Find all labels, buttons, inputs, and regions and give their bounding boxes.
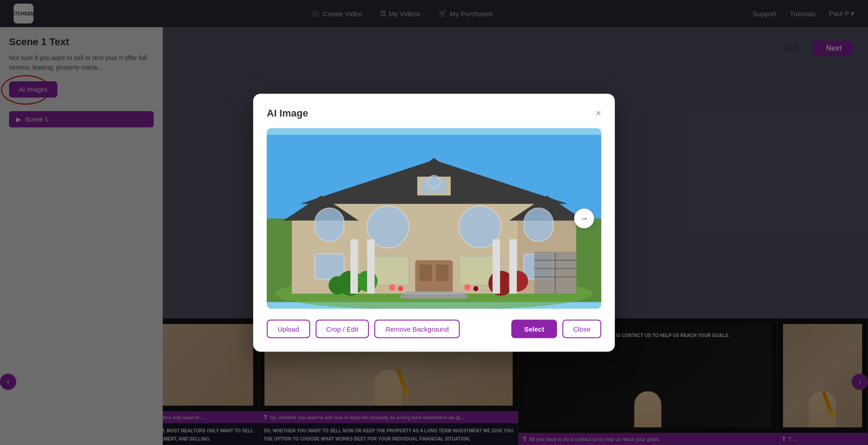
- modal-header: AI Image ×: [267, 107, 601, 119]
- svg-rect-25: [401, 294, 467, 298]
- next-image-arrow[interactable]: →: [574, 208, 594, 228]
- svg-point-31: [389, 284, 396, 290]
- modal-left-actions: Upload Crop / Edit Remove Background: [267, 319, 460, 338]
- svg-point-28: [329, 276, 347, 295]
- modal-close-button[interactable]: ×: [595, 108, 601, 118]
- ai-image-modal: AI Image ×: [253, 94, 615, 351]
- modal-title: AI Image: [267, 107, 308, 119]
- svg-rect-37: [493, 239, 500, 293]
- svg-rect-38: [509, 239, 517, 293]
- svg-rect-23: [436, 264, 449, 281]
- house-image: [267, 128, 601, 309]
- svg-rect-14: [315, 254, 344, 279]
- svg-point-32: [398, 286, 403, 291]
- svg-rect-22: [420, 264, 432, 281]
- select-button[interactable]: Select: [511, 319, 557, 338]
- upload-button[interactable]: Upload: [267, 319, 310, 338]
- modal-right-actions: Select Close: [511, 319, 601, 338]
- svg-point-12: [428, 175, 440, 188]
- svg-point-34: [473, 286, 478, 291]
- svg-point-33: [464, 284, 471, 290]
- svg-rect-36: [367, 239, 375, 293]
- svg-rect-35: [350, 239, 358, 293]
- svg-rect-13: [315, 208, 344, 241]
- modal-actions: Upload Crop / Edit Remove Background Sel…: [267, 319, 601, 338]
- arrow-right-icon: →: [580, 213, 589, 224]
- remove-background-button[interactable]: Remove Background: [374, 319, 459, 338]
- modal-image-area: →: [267, 128, 601, 309]
- crop-edit-button[interactable]: Crop / Edit: [316, 319, 369, 338]
- close-button[interactable]: Close: [562, 319, 601, 338]
- svg-rect-15: [524, 208, 553, 241]
